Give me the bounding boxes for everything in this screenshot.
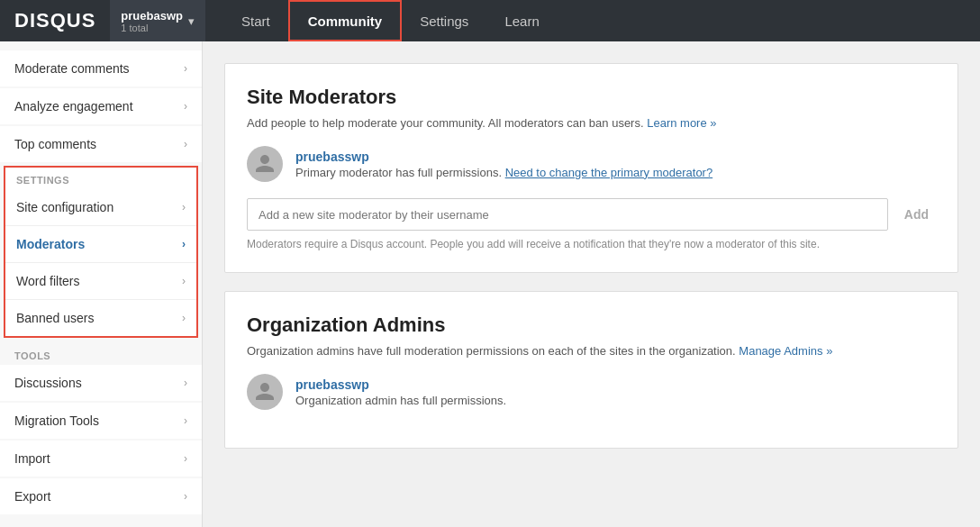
sidebar-item-moderators[interactable]: Moderators <box>5 226 196 263</box>
add-moderator-input[interactable] <box>247 198 888 231</box>
chevron-icon <box>182 275 186 287</box>
sidebar-item-analyze-engagement[interactable]: Analyze engagement <box>0 88 202 124</box>
add-moderator-note: Moderators require a Disqus account. Peo… <box>247 238 936 250</box>
primary-mod-desc: Primary moderator has full permissions. … <box>295 166 712 179</box>
org-admins-card: Organization Admins Organization admins … <box>224 291 958 449</box>
sidebar-label: Export <box>14 489 50 504</box>
manage-admins-link[interactable]: Manage Admins » <box>739 344 832 358</box>
avatar <box>247 146 283 182</box>
learn-more-link[interactable]: Learn more » <box>647 116 716 130</box>
nav-community[interactable]: Community <box>288 0 403 41</box>
primary-moderator-row: pruebasswp Primary moderator has full pe… <box>247 146 936 182</box>
user-icon <box>254 381 276 403</box>
org-admins-title: Organization Admins <box>247 313 936 337</box>
sidebar-item-word-filters[interactable]: Word filters <box>5 263 196 300</box>
user-icon <box>254 153 276 175</box>
user-count: 1 total <box>121 23 183 33</box>
sidebar-item-import[interactable]: Import <box>0 441 202 477</box>
chevron-icon <box>182 201 186 214</box>
sidebar-item-discussions[interactable]: Discussions <box>0 365 202 401</box>
avatar <box>247 374 283 410</box>
chevron-icon <box>182 312 186 324</box>
sidebar-item-site-configuration[interactable]: Site configuration <box>5 189 196 226</box>
top-nav: DISQUS pruebaswp 1 total ▾ Start Communi… <box>0 0 980 41</box>
chevron-icon <box>184 138 187 150</box>
chevron-icon <box>184 490 187 503</box>
sidebar: Moderate comments Analyze engagement Top… <box>0 41 203 527</box>
logo: DISQUS <box>14 9 95 32</box>
change-primary-link[interactable]: Need to change the primary moderator? <box>505 166 713 179</box>
sidebar-label: Site configuration <box>16 200 113 214</box>
add-moderator-row: Add <box>247 198 936 231</box>
sidebar-label: Import <box>14 451 50 466</box>
sidebar-label: Moderate comments <box>14 61 130 76</box>
sidebar-item-export[interactable]: Export <box>0 478 202 514</box>
layout: Moderate comments Analyze engagement Top… <box>0 41 980 527</box>
nav-settings[interactable]: Settings <box>402 0 486 41</box>
nav-learn[interactable]: Learn <box>486 0 557 41</box>
site-moderators-card: Site Moderators Add people to help moder… <box>224 63 958 273</box>
sidebar-label: Migration Tools <box>14 413 99 428</box>
chevron-icon <box>184 100 187 113</box>
user-badge[interactable]: pruebaswp 1 total ▾ <box>110 0 205 41</box>
username: pruebaswp <box>121 9 183 23</box>
org-admin-name[interactable]: pruebasswp <box>295 377 369 392</box>
sidebar-item-moderate-comments[interactable]: Moderate comments <box>0 50 202 86</box>
dropdown-icon: ▾ <box>188 14 195 28</box>
chevron-icon <box>184 414 187 427</box>
nav-start[interactable]: Start <box>223 0 288 41</box>
chevron-icon <box>184 62 187 75</box>
main-content: Site Moderators Add people to help moder… <box>203 41 980 527</box>
site-moderators-desc: Add people to help moderate your communi… <box>247 116 936 130</box>
logo-area: DISQUS <box>0 0 110 41</box>
sidebar-label: Discussions <box>14 376 82 390</box>
chevron-icon <box>184 452 187 465</box>
org-admins-desc: Organization admins have full moderation… <box>247 344 936 358</box>
tools-section-label: TOOLS <box>0 341 202 365</box>
primary-mod-info: pruebasswp Primary moderator has full pe… <box>295 150 712 179</box>
primary-mod-name[interactable]: pruebasswp <box>295 150 369 164</box>
org-admin-desc: Organization admin has full permissions. <box>295 394 506 407</box>
settings-section-label: SETTINGS <box>5 168 196 189</box>
org-admin-row: pruebasswp Organization admin has full p… <box>247 374 936 410</box>
sidebar-label: Analyze engagement <box>14 99 133 114</box>
sidebar-item-top-comments[interactable]: Top comments <box>0 126 202 162</box>
add-moderator-button[interactable]: Add <box>897 207 936 222</box>
chevron-icon <box>182 238 186 250</box>
sidebar-label: Word filters <box>16 274 80 288</box>
sidebar-item-migration-tools[interactable]: Migration Tools <box>0 403 202 439</box>
nav-links: Start Community Settings Learn <box>223 0 558 41</box>
site-moderators-title: Site Moderators <box>247 86 936 109</box>
sidebar-item-banned-users[interactable]: Banned users <box>5 300 196 336</box>
chevron-icon <box>184 377 187 389</box>
sidebar-label: Moderators <box>16 237 85 251</box>
org-admin-info: pruebasswp Organization admin has full p… <box>295 377 506 407</box>
sidebar-label: Top comments <box>14 137 96 151</box>
settings-group: SETTINGS Site configuration Moderators W… <box>4 166 198 338</box>
sidebar-label: Banned users <box>16 311 94 325</box>
